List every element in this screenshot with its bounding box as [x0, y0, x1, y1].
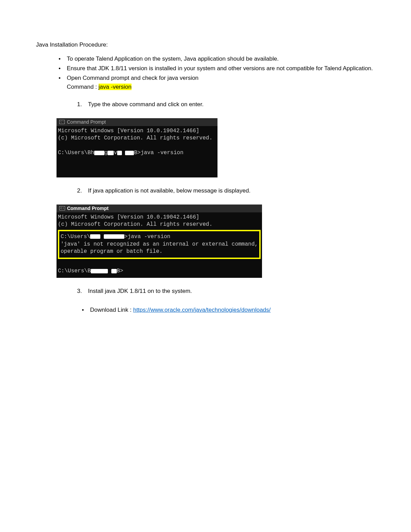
procedure-bullets: To operate Talend Application on the sys…: [57, 55, 375, 91]
bullet-item: Open Command prompt and check for java v…: [57, 74, 375, 91]
terminal-error-line: operable program or batch file.: [61, 248, 163, 255]
download-label: Download Link :: [90, 307, 133, 313]
download-item: Download Link : https://www.oracle.com/j…: [80, 306, 375, 314]
cmd-icon: C:\: [59, 120, 65, 124]
command-line: Command : java -version: [67, 83, 375, 91]
terminal-title: Command Prompt: [67, 119, 106, 125]
download-bullet: Download Link : https://www.oracle.com/j…: [80, 306, 375, 314]
terminal-screenshot-1: C:\ Command Prompt Microsoft Windows [Ve…: [57, 118, 217, 177]
terminal-line: Microsoft Windows [Version 10.0.19042.14…: [58, 128, 199, 134]
terminal-error-line: 'java' is not recognized as an internal …: [61, 241, 258, 247]
terminal-line: Microsoft Windows [Version 10.0.19042.14…: [58, 214, 199, 220]
terminal-prompt: C:\Users\ >java -version: [61, 234, 170, 240]
step-item: If java application is not available, be…: [77, 187, 375, 195]
cmd-icon: C:\: [59, 206, 65, 210]
terminal-prompt: C:\Users\Bhgv B>java -version: [58, 150, 183, 156]
bullet-text: Open Command prompt and check for java v…: [67, 75, 199, 81]
terminal-titlebar: C:\ Command Prompt: [57, 118, 217, 126]
bullet-item: Ensure that JDK 1.8/11 version is instal…: [57, 65, 375, 73]
terminal-title: Command Prompt: [67, 205, 109, 212]
terminal-body: Microsoft Windows [Version 10.0.19042.14…: [57, 126, 217, 177]
terminal-prompt: C:\Users\B B>: [58, 268, 123, 274]
terminal-screenshot-2: C:\ Command Prompt Microsoft Windows [Ve…: [57, 205, 262, 278]
terminal-body: Microsoft Windows [Version 10.0.19042.14…: [57, 212, 262, 278]
error-highlight-box: C:\Users\ >java -version 'java' is not r…: [58, 230, 261, 259]
terminal-line: (c) Microsoft Corporation. All rights re…: [58, 221, 212, 227]
command-highlighted: java -version: [99, 84, 132, 90]
terminal-titlebar: C:\ Command Prompt: [57, 205, 262, 212]
step-list-cont2: Install java JDK 1.8/11 on to the system…: [77, 287, 375, 295]
step-list: Type the above command and click on ente…: [77, 101, 375, 109]
command-label: Command :: [67, 84, 99, 90]
step-item: Install java JDK 1.8/11 on to the system…: [77, 287, 375, 295]
terminal-line: (c) Microsoft Corporation. All rights re…: [58, 135, 212, 141]
step-list-cont: If java application is not available, be…: [77, 187, 375, 195]
page-title: Java Installation Procedure:: [36, 41, 375, 49]
bullet-item: To operate Talend Application on the sys…: [57, 55, 375, 63]
step-item: Type the above command and click on ente…: [77, 101, 375, 109]
download-link[interactable]: https://www.oracle.com/java/technologies…: [133, 307, 271, 313]
